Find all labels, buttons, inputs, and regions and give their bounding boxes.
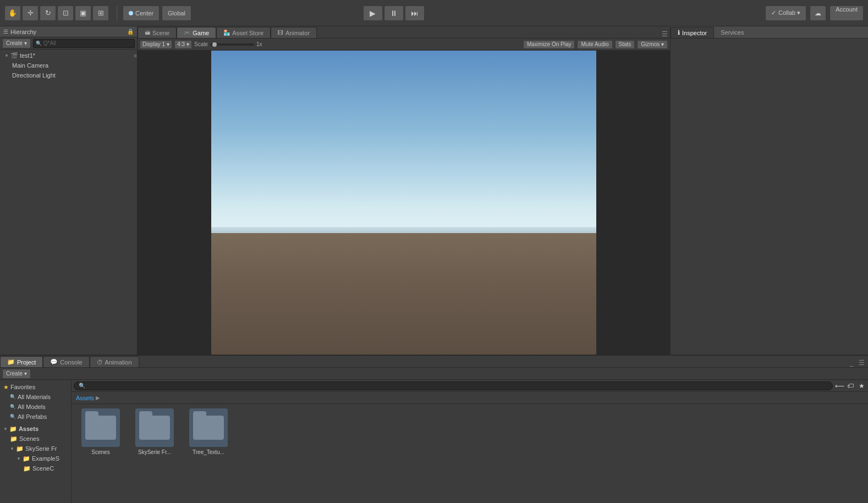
- top-toolbar: ✋ ✛ ↻ ⊡ ▣ ⊞ Center Global ▶ ⏸ ⏭ ✓ Collab…: [0, 0, 868, 26]
- scale-slider-thumb: [212, 42, 217, 47]
- asset-item-scenes[interactable]: Scenes: [76, 408, 125, 455]
- project-create-button[interactable]: Create ▾: [2, 369, 31, 379]
- display-select[interactable]: Display 1 ▾: [140, 40, 172, 49]
- rect-tool-button[interactable]: ▣: [75, 5, 91, 21]
- pause-button[interactable]: ⏸: [384, 5, 404, 21]
- project-item-skyserie[interactable]: ▼ 📁 SkySerie Fr: [0, 444, 71, 454]
- collab-button[interactable]: ✓ Collab ▾: [765, 5, 806, 21]
- project-item-scenes[interactable]: 📁 Scenes: [0, 434, 71, 444]
- asset-item-treetextu[interactable]: Tree_Textu...: [184, 408, 233, 455]
- display-arrow: ▾: [167, 41, 169, 47]
- hierarchy-create-label: Create ▾: [6, 40, 27, 46]
- assets-triangle: ▼: [3, 427, 8, 432]
- triangle-icon: ▼: [4, 53, 9, 58]
- asset-item-skyserie[interactable]: SkySerie Fr...: [130, 408, 179, 455]
- tab-inspector[interactable]: ℹ Inspector: [671, 27, 714, 38]
- viewport-close-button[interactable]: ☰: [662, 30, 670, 38]
- assets-label: Assets: [19, 425, 39, 432]
- inspector-panel: ℹ Inspector Services: [670, 26, 868, 355]
- viewport-tabs: 🏔 Scene 🎮 Game 🏪 Asset Store 🎞 Animator …: [138, 26, 670, 38]
- pivot-global-button[interactable]: Global: [162, 5, 191, 21]
- tab-animation[interactable]: ⏱ Animation: [90, 356, 139, 367]
- folder-shape-treetextu: [193, 416, 224, 440]
- tab-console[interactable]: 💬 Console: [43, 356, 89, 367]
- all-materials-search-icon: 🔍: [10, 394, 16, 400]
- mute-label: Mute Audio: [581, 41, 608, 47]
- aspect-select[interactable]: 4:3 ▾: [174, 40, 192, 49]
- scene-icon: 🎬: [10, 52, 18, 59]
- tab-asset-store[interactable]: 🏪 Asset Store: [216, 27, 271, 38]
- pivot-center-button[interactable]: Center: [123, 5, 160, 21]
- tab-game[interactable]: 🎮 Game: [177, 27, 216, 38]
- tab-services[interactable]: Services: [714, 27, 750, 38]
- collab-label: Collab ▾: [778, 9, 800, 16]
- project-tag-button[interactable]: 🏷: [846, 382, 855, 390]
- hierarchy-search-field[interactable]: 🔍 Q*All: [33, 39, 135, 48]
- hierarchy-item-main-camera[interactable]: Main Camera: [0, 60, 137, 70]
- project-tab-icon: 📁: [7, 358, 15, 366]
- mute-audio-button[interactable]: Mute Audio: [577, 40, 612, 49]
- breadcrumb-assets[interactable]: Assets: [76, 395, 94, 401]
- collab-checkmark: ✓: [771, 9, 776, 16]
- hierarchy-item-label: test1*: [20, 52, 35, 59]
- project-item-all-models[interactable]: 🔍 All Models: [0, 402, 71, 412]
- project-item-all-materials[interactable]: 🔍 All Materials: [0, 392, 71, 402]
- tab-project[interactable]: 📁 Project: [0, 356, 43, 367]
- hierarchy-item-test1[interactable]: ▼ 🎬 test1* ≡: [0, 51, 137, 60]
- game-canvas: [211, 51, 596, 355]
- step-button[interactable]: ⏭: [405, 5, 425, 21]
- maximize-on-play-button[interactable]: Maximize On Play: [523, 40, 575, 49]
- scenes-label: Scenes: [19, 435, 40, 442]
- breadcrumb-arrow: ▶: [96, 395, 100, 401]
- project-sidebar: ★ Favorites 🔍 All Materials 🔍 All Models…: [0, 380, 72, 503]
- project-toolbar: Create ▾: [0, 368, 868, 380]
- pivot-global-label: Global: [168, 10, 185, 16]
- move-tool-button[interactable]: ✛: [22, 5, 39, 21]
- tab-animator[interactable]: 🎞 Animator: [271, 27, 317, 38]
- project-star-button[interactable]: ★: [857, 382, 866, 390]
- transform-tool-button[interactable]: ⊞: [92, 5, 109, 21]
- skyserie-label: SkySerie Fr: [25, 445, 57, 452]
- bottom-minimize-button[interactable]: _: [847, 358, 856, 367]
- examples-label: ExampleS: [32, 455, 59, 462]
- project-back-button[interactable]: ⟵: [835, 382, 844, 390]
- game-tab-icon: 🎮: [184, 30, 190, 36]
- cloud-button[interactable]: ☁: [810, 5, 826, 21]
- scale-control: Scale 1x: [194, 41, 262, 47]
- scale-tool-button[interactable]: ⊡: [57, 5, 74, 21]
- all-materials-label: All Materials: [18, 394, 51, 400]
- pivot-center-label: Center: [135, 10, 153, 16]
- gizmos-button[interactable]: Gizmos ▾: [637, 40, 668, 49]
- project-item-assets[interactable]: ▼ 📁 Assets: [0, 424, 71, 434]
- bottom-tab-right: _ ☰: [847, 358, 868, 367]
- gizmos-label: Gizmos ▾: [641, 41, 664, 47]
- account-button[interactable]: Account: [829, 5, 864, 21]
- hierarchy-panel-icon: ☰: [3, 29, 8, 35]
- scene-tab-icon: 🏔: [145, 30, 150, 36]
- animation-tab-label: Animation: [105, 359, 132, 366]
- project-item-scenec[interactable]: 📁 SceneC: [0, 463, 71, 473]
- play-button[interactable]: ▶: [363, 5, 383, 21]
- hierarchy-create-button[interactable]: Create ▾: [2, 38, 31, 48]
- project-search-field[interactable]: 🔍: [74, 382, 833, 390]
- sky-gradient: [211, 51, 596, 248]
- hand-tool-button[interactable]: ✋: [4, 5, 21, 21]
- examples-triangle: ▼: [17, 456, 21, 461]
- scenes-folder-icon: 📁: [10, 435, 18, 443]
- project-item-favorites[interactable]: ★ Favorites: [0, 382, 71, 392]
- asset-store-tab-icon: 🏪: [223, 30, 230, 36]
- hierarchy-panel: ☰ Hierarchy 🔒 Create ▾ 🔍 Q*All ▼ 🎬: [0, 26, 138, 355]
- project-item-all-prefabs[interactable]: 🔍 All Prefabs: [0, 412, 71, 422]
- tab-scene[interactable]: 🏔 Scene: [138, 27, 177, 38]
- rotate-tool-button[interactable]: ↻: [40, 5, 56, 21]
- bottom-maximize-button[interactable]: ☰: [857, 358, 866, 367]
- hierarchy-lock-button[interactable]: 🔒: [127, 29, 134, 35]
- center-panel: 🏔 Scene 🎮 Game 🏪 Asset Store 🎞 Animator …: [138, 26, 670, 355]
- project-tab-label: Project: [17, 359, 36, 366]
- game-viewport[interactable]: [138, 51, 670, 355]
- scale-slider[interactable]: [210, 43, 254, 46]
- project-main-toolbar: 🔍 ⟵ 🏷 ★: [72, 380, 868, 392]
- project-item-examples[interactable]: ▼ 📁 ExampleS: [0, 454, 71, 463]
- hierarchy-item-directional-light[interactable]: Directional Light: [0, 70, 137, 80]
- stats-button[interactable]: Stats: [615, 40, 635, 49]
